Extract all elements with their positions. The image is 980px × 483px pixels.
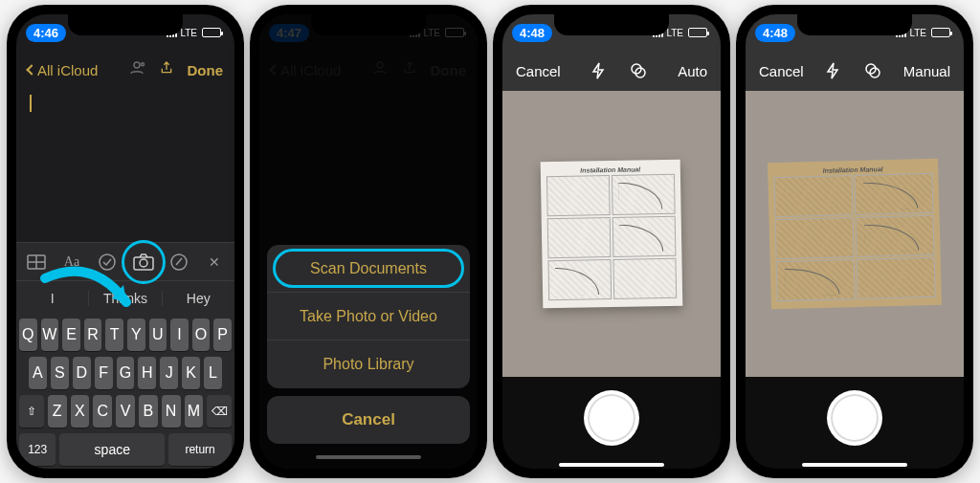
key-h[interactable]: H xyxy=(138,357,156,389)
cancel-label: Cancel xyxy=(342,410,395,429)
time-pill[interactable]: 4:48 xyxy=(512,24,552,42)
key-x[interactable]: X xyxy=(71,395,90,428)
key-g[interactable]: G xyxy=(117,357,135,389)
filter-icon[interactable] xyxy=(630,62,647,79)
key-c[interactable]: C xyxy=(93,395,112,428)
scan-documents-label: Scan Documents xyxy=(310,260,427,277)
viewfinder[interactable]: Installation Manual xyxy=(502,91,721,377)
battery-icon xyxy=(688,28,707,37)
key-s[interactable]: S xyxy=(51,357,69,389)
cancel-button[interactable]: Cancel xyxy=(267,396,470,444)
photo-library-label: Photo Library xyxy=(323,356,413,373)
photo-library-item[interactable]: Photo Library xyxy=(267,340,470,388)
shutter-bar xyxy=(502,377,721,459)
scanner-top-bar: Cancel Manual xyxy=(746,51,964,91)
phone-frame-2: 4:47 LTE All iCloud Done xyxy=(250,5,487,478)
key-b[interactable]: B xyxy=(139,395,158,428)
key-i[interactable]: I xyxy=(170,318,189,351)
phone-frame-3: 4:48 LTE Cancel Auto Installation Manual xyxy=(493,5,730,478)
key-shift[interactable]: ⇧ xyxy=(19,395,44,428)
key-p[interactable]: P xyxy=(213,318,232,351)
markup-icon[interactable] xyxy=(165,248,192,276)
doc-grid xyxy=(773,173,935,301)
key-z[interactable]: Z xyxy=(48,395,67,428)
shutter-button[interactable] xyxy=(584,390,639,446)
key-row-2: A S D F G H J K L xyxy=(19,357,232,389)
screen-action-sheet: 4:47 LTE All iCloud Done xyxy=(259,14,478,469)
home-indicator[interactable] xyxy=(316,455,421,459)
key-k[interactable]: K xyxy=(182,357,200,389)
collaborate-icon[interactable] xyxy=(128,59,145,80)
network-label: LTE xyxy=(666,28,683,38)
note-body[interactable] xyxy=(16,89,234,242)
svg-point-0 xyxy=(134,62,140,68)
home-indicator[interactable] xyxy=(802,463,907,467)
screen-notes-editor: 4:46 LTE All iCloud Done xyxy=(16,14,234,469)
key-delete[interactable]: ⌫ xyxy=(207,395,232,428)
key-f[interactable]: F xyxy=(95,357,113,389)
viewfinder[interactable]: Installation Manual xyxy=(746,91,964,377)
time-pill[interactable]: 4:48 xyxy=(755,24,795,42)
action-sheet-group: Scan Documents Take Photo or Video Photo… xyxy=(267,245,470,388)
home-indicator[interactable] xyxy=(559,463,664,467)
annotation-arrow xyxy=(35,264,141,335)
doc-title: Installation Manual xyxy=(546,165,675,174)
key-a[interactable]: A xyxy=(29,357,47,389)
battery-icon xyxy=(202,28,221,37)
time-pill[interactable]: 4:46 xyxy=(26,24,66,42)
key-space[interactable]: space xyxy=(59,433,165,466)
back-label: All iCloud xyxy=(37,62,98,78)
notch xyxy=(68,14,183,35)
document-preview: Installation Manual xyxy=(541,160,683,309)
key-v[interactable]: V xyxy=(116,395,135,428)
flash-icon[interactable] xyxy=(826,62,839,79)
mode-button[interactable]: Manual xyxy=(903,63,950,79)
svg-point-1 xyxy=(141,63,144,66)
key-d[interactable]: D xyxy=(73,357,91,389)
scanner-top-bar: Cancel Auto xyxy=(502,51,721,91)
scan-documents-item[interactable]: Scan Documents xyxy=(267,245,470,293)
shutter-bar xyxy=(746,377,964,459)
take-photo-item[interactable]: Take Photo or Video xyxy=(267,293,470,340)
action-sheet: Scan Documents Take Photo or Video Photo… xyxy=(267,245,470,461)
notes-navbar: All iCloud Done xyxy=(16,51,234,89)
flash-icon[interactable] xyxy=(591,62,605,79)
document-detected-overlay: Installation Manual xyxy=(768,159,942,310)
take-photo-label: Take Photo or Video xyxy=(300,308,437,325)
key-o[interactable]: O xyxy=(192,318,211,351)
mode-button[interactable]: Auto xyxy=(678,63,707,79)
shutter-button[interactable] xyxy=(827,390,882,446)
key-u[interactable]: U xyxy=(149,318,167,351)
done-button[interactable]: Done xyxy=(188,62,224,78)
screen-scanner-auto: 4:48 LTE Cancel Auto Installation Manual xyxy=(502,14,721,469)
text-cursor xyxy=(30,95,32,112)
key-j[interactable]: J xyxy=(160,357,178,389)
keyboard: Q W E R T Y U I O P A S D F G H J K L xyxy=(16,315,234,469)
phone-frame-1: 4:46 LTE All iCloud Done xyxy=(7,5,244,478)
key-q[interactable]: Q xyxy=(19,318,37,351)
key-m[interactable]: M xyxy=(185,395,204,428)
network-label: LTE xyxy=(909,28,926,38)
notch xyxy=(311,14,426,35)
phone-frame-4: 4:48 LTE Cancel Manual Installation Manu xyxy=(736,5,973,478)
notch xyxy=(554,14,669,35)
chevron-left-icon xyxy=(26,64,36,75)
key-row-3: ⇧ Z X C V B N M ⌫ xyxy=(19,395,232,428)
screen-scanner-manual: 4:48 LTE Cancel Manual Installation Manu xyxy=(746,14,964,469)
key-l[interactable]: L xyxy=(204,357,222,389)
prediction-3[interactable]: Hey xyxy=(163,291,234,306)
key-n[interactable]: N xyxy=(162,395,181,428)
key-return[interactable]: return xyxy=(168,433,232,466)
key-row-4: 123 space return xyxy=(19,433,232,466)
notch xyxy=(797,14,912,35)
battery-icon xyxy=(931,28,950,37)
doc-grid xyxy=(546,174,677,300)
network-label: LTE xyxy=(180,28,197,38)
share-icon[interactable] xyxy=(159,59,174,80)
back-button[interactable]: All iCloud xyxy=(28,62,98,78)
filter-icon[interactable] xyxy=(864,62,881,79)
cancel-button[interactable]: Cancel xyxy=(759,63,804,79)
close-icon[interactable]: ✕ xyxy=(201,248,229,276)
key-numbers[interactable]: 123 xyxy=(19,433,56,466)
cancel-button[interactable]: Cancel xyxy=(516,63,561,79)
